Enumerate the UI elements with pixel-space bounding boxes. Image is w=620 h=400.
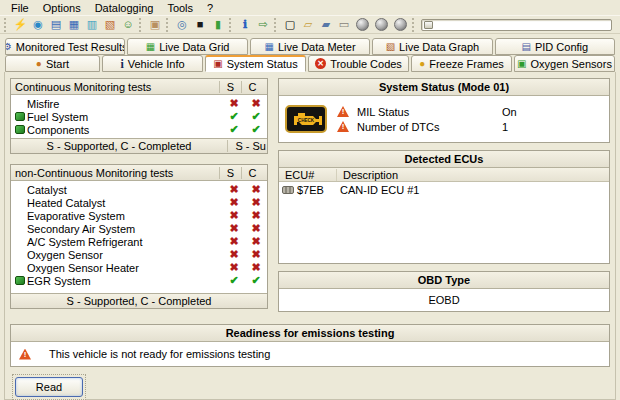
tab-live-data-grid[interactable]: ▦ Live Data Grid: [127, 38, 247, 55]
globe-icon[interactable]: ◉: [30, 17, 46, 32]
tab-row-bottom: ● Start i Vehicle Info ▣ System Status T…: [0, 55, 620, 72]
console-icon[interactable]: ■: [192, 17, 208, 32]
completed-mark: ✔: [245, 110, 267, 123]
obd-type-value: EOBD: [279, 289, 609, 311]
test-row-oxygen-sensor-heater[interactable]: Oxygen Sensor Heater ✖ ✖: [11, 261, 267, 274]
status-led-icon: [15, 125, 25, 134]
report-icon[interactable]: ▤: [48, 17, 64, 32]
test-row-catalyst[interactable]: Catalyst ✖ ✖: [11, 183, 267, 196]
connector-icon[interactable]: ⚡: [12, 17, 28, 32]
tab-live-data-graph[interactable]: ▧ Live Data Graph: [372, 38, 492, 55]
test-row-ac-system-refrigerant[interactable]: A/C System Refrigerant ✖ ✖: [11, 235, 267, 248]
test-row-oxygen-sensor[interactable]: Oxygen Sensor ✖ ✖: [11, 248, 267, 261]
tab-oxygen-sensors[interactable]: ▣ Oxygen Sensors: [514, 55, 615, 72]
read-button[interactable]: Read: [15, 377, 83, 397]
tab-trouble-codes[interactable]: Trouble Codes: [308, 55, 409, 72]
toolbar-grip[interactable]: [229, 18, 234, 32]
toolbar-grip[interactable]: [412, 18, 417, 32]
test-row-evaporative-system[interactable]: Evaporative System ✖ ✖: [11, 209, 267, 222]
system-status-icon: ▣: [213, 59, 222, 69]
toolbar-grip[interactable]: [4, 18, 9, 32]
tab-vehicle-info[interactable]: i Vehicle Info: [102, 55, 203, 72]
toolbar-grip[interactable]: [139, 18, 144, 32]
open-file-icon[interactable]: ▱: [300, 17, 316, 32]
test-label: Fuel System: [27, 111, 223, 123]
test-row-heated-catalyst[interactable]: Heated Catalyst ✖ ✖: [11, 196, 267, 209]
graph-icon[interactable]: ▧: [102, 17, 118, 32]
completed-mark: ✖: [245, 248, 267, 261]
ecu-table-header: ECU# Description: [279, 168, 609, 182]
supported-mark: ✔: [223, 110, 245, 123]
save-icon[interactable]: ▰: [318, 17, 334, 32]
ecu-list: $7EB CAN-ID ECU #1: [279, 182, 609, 263]
readiness-message: This vehicle is not ready for emissions …: [49, 348, 270, 360]
tab-label: Monitored Test Results: [16, 41, 126, 53]
completed-mark: ✔: [245, 123, 267, 136]
user-icon[interactable]: ☺: [120, 17, 136, 32]
battery-icon[interactable]: ▮: [210, 17, 226, 32]
document-icon: ▤: [522, 42, 531, 52]
print-icon[interactable]: ▭: [336, 17, 352, 32]
info-icon[interactable]: ℹ: [237, 17, 253, 32]
tab-label: Start: [46, 58, 69, 70]
menu-datalogging[interactable]: Datalogging: [88, 1, 161, 15]
tab-start[interactable]: ● Start: [5, 55, 100, 72]
clipboard-icon[interactable]: ▣: [147, 17, 163, 32]
tab-pid-config[interactable]: ▤ PID Config: [495, 38, 615, 55]
pause-icon[interactable]: [375, 18, 388, 31]
completed-mark: ✖: [245, 196, 267, 209]
data-grid-icon[interactable]: ▦: [66, 17, 82, 32]
tab-freeze-frames[interactable]: ● Freeze Frames: [411, 55, 512, 72]
supported-mark: ✖: [223, 97, 245, 110]
test-row-secondary-air-system[interactable]: Secondary Air System ✖ ✖: [11, 222, 267, 235]
new-file-icon[interactable]: ▢: [282, 17, 298, 32]
supported-mark: ✖: [223, 183, 245, 196]
toolbar-grip[interactable]: [274, 18, 279, 32]
menu-options[interactable]: Options: [36, 1, 88, 15]
supported-mark: ✖: [223, 209, 245, 222]
tab-system-status[interactable]: ▣ System Status: [205, 55, 306, 72]
menu-bar: File Options Datalogging Tools ?: [0, 0, 620, 15]
system-status-title: System Status (Mode 01): [279, 79, 609, 96]
menu-file[interactable]: File: [4, 1, 36, 15]
red-x-circle-icon: [315, 58, 326, 69]
obd-type-title: OBD Type: [279, 272, 609, 289]
supported-mark: ✔: [223, 123, 245, 136]
supported-mark: ✔: [223, 274, 245, 287]
test-row-components[interactable]: Components ✔ ✔: [11, 123, 267, 136]
continuous-tests-panel: Continuous Monitoring tests S C Misfire …: [10, 78, 268, 154]
test-label: A/C System Refrigerant: [27, 236, 223, 248]
tab-label: PID Config: [535, 41, 588, 53]
supported-mark: ✖: [223, 248, 245, 261]
menu-tools[interactable]: Tools: [160, 1, 200, 15]
meter-icon[interactable]: ▥: [84, 17, 100, 32]
test-row-egr-system[interactable]: EGR System ✔ ✔: [11, 274, 267, 287]
legend-text: S - Supported, C - Completed: [11, 295, 267, 307]
datalog-slider[interactable]: [421, 19, 612, 31]
tab-monitored-test-results[interactable]: ⚙ Monitored Test Results: [5, 38, 125, 55]
search-icon[interactable]: ◎: [174, 17, 190, 32]
system-status-panel: System Status (Mode 01) CHECK MIL Status…: [278, 78, 610, 143]
tab-label: Oxygen Sensors: [531, 58, 612, 70]
tab-live-data-meter[interactable]: ▦ Live Data Meter: [250, 38, 370, 55]
stop-icon[interactable]: [394, 18, 407, 31]
ecu-row[interactable]: $7EB CAN-ID ECU #1: [279, 182, 609, 197]
exit-icon[interactable]: ⇨: [255, 17, 271, 32]
menu-help[interactable]: ?: [200, 1, 220, 15]
toolbar-grip[interactable]: [166, 18, 171, 32]
test-label: Oxygen Sensor: [27, 249, 223, 261]
ecu-description-column-header[interactable]: Description: [337, 169, 609, 181]
read-button-focus-ring: Read: [12, 374, 86, 400]
test-label: Catalyst: [27, 184, 223, 196]
slider-handle[interactable]: [424, 21, 433, 29]
ecu-number-column-header[interactable]: ECU#: [279, 169, 337, 181]
test-row-fuel-system[interactable]: Fuel System ✔ ✔: [11, 110, 267, 123]
test-label: Misfire: [27, 98, 223, 110]
mil-status-value: On: [502, 106, 517, 118]
play-icon[interactable]: [356, 18, 369, 31]
dtc-count-row: Number of DTCs 1: [337, 121, 603, 133]
test-label: EGR System: [27, 275, 223, 287]
dtc-count-label: Number of DTCs: [357, 121, 502, 133]
test-row-misfire[interactable]: Misfire ✖ ✖: [11, 97, 267, 110]
completed-mark: ✔: [245, 274, 267, 287]
